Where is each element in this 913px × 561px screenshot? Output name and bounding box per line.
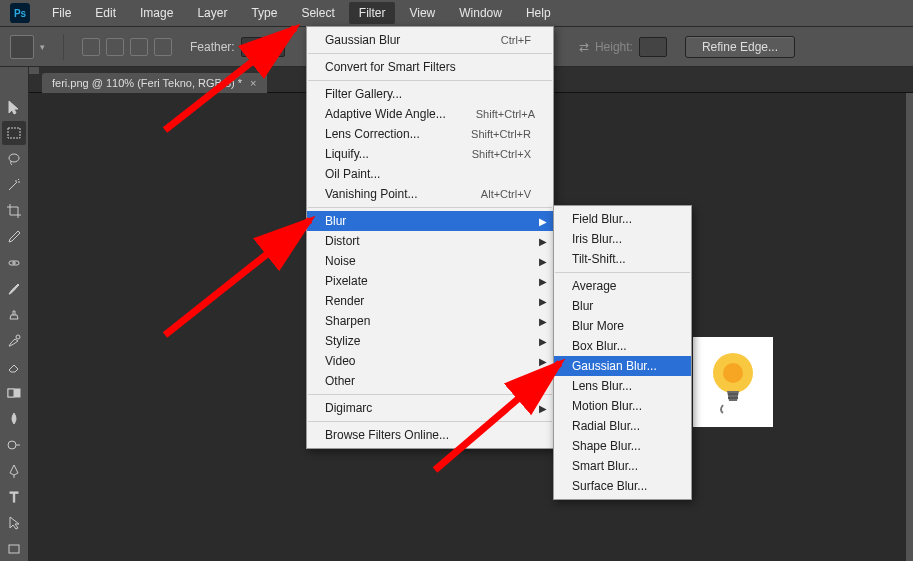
history-brush-tool[interactable] — [2, 329, 26, 353]
svg-rect-13 — [728, 393, 738, 395]
filter-sharpen-submenu[interactable]: Sharpen▶ — [307, 311, 553, 331]
magic-wand-tool[interactable] — [2, 173, 26, 197]
svg-point-8 — [8, 441, 16, 449]
clone-stamp-tool[interactable] — [2, 303, 26, 327]
brush-tool[interactable] — [2, 277, 26, 301]
marquee-tool[interactable] — [2, 121, 26, 145]
filter-render-submenu[interactable]: Render▶ — [307, 291, 553, 311]
selection-intersect-icon[interactable] — [154, 38, 172, 56]
blur-shape[interactable]: Shape Blur... — [554, 436, 691, 456]
dodge-tool[interactable] — [2, 433, 26, 457]
filter-adaptive-wide-angle[interactable]: Adaptive Wide Angle...Shift+Ctrl+A — [307, 104, 553, 124]
type-tool[interactable]: T — [2, 485, 26, 509]
svg-rect-10 — [9, 545, 19, 553]
filter-lens-correction[interactable]: Lens Correction...Shift+Ctrl+R — [307, 124, 553, 144]
refine-edge-button[interactable]: Refine Edge... — [685, 36, 795, 58]
blur-tool[interactable] — [2, 407, 26, 431]
filter-convert-smart[interactable]: Convert for Smart Filters — [307, 57, 553, 77]
blur-box[interactable]: Box Blur... — [554, 336, 691, 356]
pen-tool[interactable] — [2, 459, 26, 483]
menu-view[interactable]: View — [399, 2, 445, 24]
menu-edit[interactable]: Edit — [85, 2, 126, 24]
filter-digimarc-submenu[interactable]: Digimarc▶ — [307, 398, 553, 418]
filter-liquify[interactable]: Liquify...Shift+Ctrl+X — [307, 144, 553, 164]
menu-select[interactable]: Select — [291, 2, 344, 24]
svg-point-5 — [16, 335, 20, 339]
document-artwork — [693, 337, 773, 427]
height-label: Height: — [595, 40, 633, 54]
panels-collapsed-bar[interactable] — [905, 93, 913, 561]
menu-window[interactable]: Window — [449, 2, 512, 24]
blur-gaussian[interactable]: Gaussian Blur... — [554, 356, 691, 376]
feather-input[interactable]: 0 px — [241, 37, 285, 57]
filter-gallery[interactable]: Filter Gallery... — [307, 84, 553, 104]
svg-text:T: T — [10, 489, 19, 505]
healing-brush-tool[interactable] — [2, 251, 26, 275]
selection-add-icon[interactable] — [106, 38, 124, 56]
filter-last[interactable]: Gaussian BlurCtrl+F — [307, 30, 553, 50]
svg-rect-2 — [8, 128, 20, 138]
blur-smart[interactable]: Smart Blur... — [554, 456, 691, 476]
filter-blur-submenu[interactable]: Blur▶ — [307, 211, 553, 231]
svg-rect-14 — [728, 397, 738, 399]
filter-vanishing-point[interactable]: Vanishing Point...Alt+Ctrl+V — [307, 184, 553, 204]
blur-lens[interactable]: Lens Blur... — [554, 376, 691, 396]
feather-label: Feather: — [190, 40, 235, 54]
menu-type[interactable]: Type — [241, 2, 287, 24]
document-tab[interactable]: feri.png @ 110% (Feri Tekno, RGB/8) * × — [42, 73, 267, 93]
close-icon[interactable]: × — [250, 77, 256, 89]
blur-blur[interactable]: Blur — [554, 296, 691, 316]
menubar: Ps File Edit Image Layer Type Select Fil… — [0, 0, 913, 27]
toolbox: T — [0, 67, 29, 561]
blur-submenu: Field Blur... Iris Blur... Tilt-Shift...… — [553, 205, 692, 500]
menu-layer[interactable]: Layer — [187, 2, 237, 24]
filter-browse-online[interactable]: Browse Filters Online... — [307, 425, 553, 445]
tool-preset-picker[interactable]: ▾ — [10, 35, 45, 59]
blur-motion[interactable]: Motion Blur... — [554, 396, 691, 416]
gradient-tool[interactable] — [2, 381, 26, 405]
eraser-tool[interactable] — [2, 355, 26, 379]
selection-new-icon[interactable] — [82, 38, 100, 56]
blur-iris[interactable]: Iris Blur... — [554, 229, 691, 249]
blur-blur-more[interactable]: Blur More — [554, 316, 691, 336]
filter-stylize-submenu[interactable]: Stylize▶ — [307, 331, 553, 351]
document-tab-title: feri.png @ 110% (Feri Tekno, RGB/8) * — [52, 77, 242, 89]
blur-tilt-shift[interactable]: Tilt-Shift... — [554, 249, 691, 269]
svg-text:Ps: Ps — [14, 8, 27, 19]
tab-well-handle[interactable] — [29, 67, 39, 74]
svg-rect-7 — [8, 389, 14, 397]
selection-subtract-icon[interactable] — [130, 38, 148, 56]
path-selection-tool[interactable] — [2, 511, 26, 535]
app-logo: Ps — [10, 3, 30, 23]
menu-file[interactable]: File — [42, 2, 81, 24]
height-input[interactable] — [639, 37, 667, 57]
svg-point-12 — [723, 363, 743, 383]
move-tool[interactable] — [2, 95, 26, 119]
filter-menu: Gaussian BlurCtrl+F Convert for Smart Fi… — [306, 26, 554, 449]
filter-noise-submenu[interactable]: Noise▶ — [307, 251, 553, 271]
filter-distort-submenu[interactable]: Distort▶ — [307, 231, 553, 251]
filter-video-submenu[interactable]: Video▶ — [307, 351, 553, 371]
eyedropper-tool[interactable] — [2, 225, 26, 249]
filter-oil-paint[interactable]: Oil Paint... — [307, 164, 553, 184]
blur-radial[interactable]: Radial Blur... — [554, 416, 691, 436]
filter-other-submenu[interactable]: Other▶ — [307, 371, 553, 391]
blur-surface[interactable]: Surface Blur... — [554, 476, 691, 496]
svg-point-3 — [9, 154, 19, 162]
menu-filter[interactable]: Filter — [349, 2, 396, 24]
filter-pixelate-submenu[interactable]: Pixelate▶ — [307, 271, 553, 291]
menu-help[interactable]: Help — [516, 2, 561, 24]
rectangle-tool[interactable] — [2, 537, 26, 561]
menu-image[interactable]: Image — [130, 2, 183, 24]
blur-average[interactable]: Average — [554, 276, 691, 296]
lasso-tool[interactable] — [2, 147, 26, 171]
crop-tool[interactable] — [2, 199, 26, 223]
blur-field[interactable]: Field Blur... — [554, 209, 691, 229]
swap-icon[interactable]: ⇄ — [579, 40, 589, 54]
